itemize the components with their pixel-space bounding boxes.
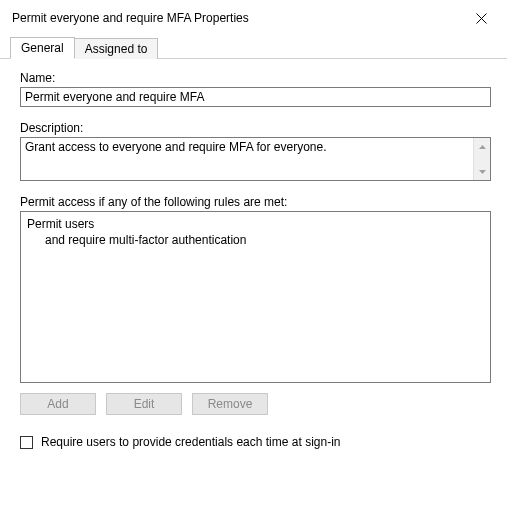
require-credentials-checkbox-row[interactable]: Require users to provide credentials eac… bbox=[20, 435, 491, 449]
rules-button-row: Add Edit Remove bbox=[20, 393, 491, 415]
rule-item[interactable]: Permit users and require multi-factor au… bbox=[27, 216, 484, 248]
rules-listbox[interactable]: Permit users and require multi-factor au… bbox=[20, 211, 491, 383]
require-credentials-checkbox[interactable] bbox=[20, 436, 33, 449]
close-icon bbox=[476, 13, 487, 24]
titlebar: Permit everyone and require MFA Properti… bbox=[0, 0, 507, 34]
name-input[interactable] bbox=[20, 87, 491, 107]
rules-header-label: Permit access if any of the following ru… bbox=[20, 195, 491, 209]
description-scrollbar[interactable] bbox=[473, 138, 490, 180]
remove-button[interactable]: Remove bbox=[192, 393, 268, 415]
tab-bar: General Assigned to bbox=[0, 34, 507, 59]
svg-marker-2 bbox=[479, 145, 486, 149]
edit-button[interactable]: Edit bbox=[106, 393, 182, 415]
svg-marker-3 bbox=[479, 170, 486, 174]
scroll-down-icon[interactable] bbox=[474, 163, 490, 180]
description-textarea[interactable]: Grant access to everyone and require MFA… bbox=[20, 137, 491, 181]
scroll-up-icon[interactable] bbox=[474, 138, 490, 155]
require-credentials-label: Require users to provide credentials eac… bbox=[41, 435, 340, 449]
properties-dialog: Permit everyone and require MFA Properti… bbox=[0, 0, 507, 512]
description-label: Description: bbox=[20, 121, 491, 135]
name-label: Name: bbox=[20, 71, 491, 85]
rule-line-2: and require multi-factor authentication bbox=[27, 232, 484, 248]
add-button[interactable]: Add bbox=[20, 393, 96, 415]
close-button[interactable] bbox=[465, 6, 497, 30]
tab-assigned-to[interactable]: Assigned to bbox=[74, 38, 159, 59]
description-text: Grant access to everyone and require MFA… bbox=[21, 138, 473, 180]
dialog-title: Permit everyone and require MFA Properti… bbox=[12, 11, 249, 25]
rule-line-1: Permit users bbox=[27, 216, 484, 232]
tab-panel-general: Name: Description: Grant access to every… bbox=[0, 59, 507, 459]
tab-general[interactable]: General bbox=[10, 37, 75, 59]
